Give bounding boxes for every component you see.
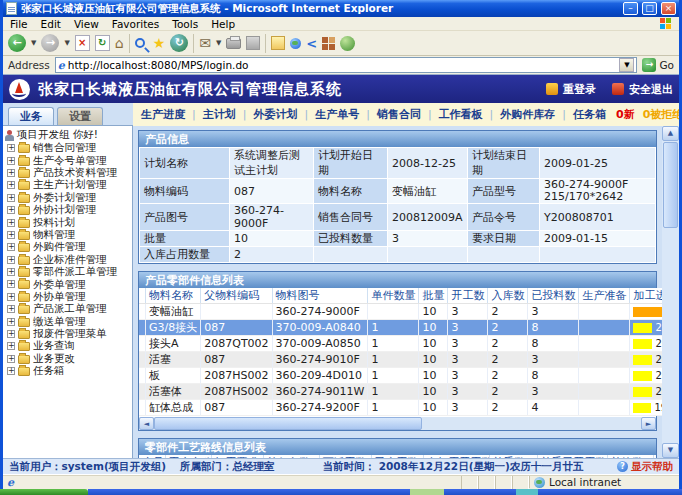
sidebar-item-purchased-mgmt[interactable]: +外购件管理 <box>5 241 132 253</box>
mail-dropdown-icon[interactable]: ▼ <box>216 39 221 47</box>
tab-settings[interactable]: 设置 <box>57 107 103 125</box>
menu-item-edit[interactable]: Edit <box>41 18 61 30</box>
column-header[interactable]: 物料图号 <box>272 288 368 304</box>
expand-icon[interactable]: + <box>7 293 15 301</box>
nav-link-production-order[interactable]: 生产单号 <box>315 107 359 122</box>
go-button[interactable]: → Go <box>642 58 674 72</box>
title-bar[interactable]: 张家口长城液压油缸有限公司管理信息系统 - Microsoft Internet… <box>3 0 679 17</box>
scroll-down-button[interactable]: ▼ <box>662 443 679 458</box>
expand-icon[interactable]: + <box>7 231 15 239</box>
expand-icon[interactable]: + <box>7 206 15 214</box>
table-row[interactable]: 板2087HS002360-209-4D010110328 20 % <box>139 368 662 384</box>
messenger-button[interactable] <box>340 36 355 51</box>
sidebar-item-part-dispatch[interactable]: +零部件派工单管理 <box>5 266 132 278</box>
page-vertical-scrollbar[interactable]: ▲ ▼ <box>662 126 679 458</box>
table-row[interactable]: 接头A2087QT002370-009-A0850110328 20 % <box>139 336 662 352</box>
sidebar-item-material-mgmt[interactable]: +物料管理 <box>5 229 132 241</box>
sidebar-item-outsource-plan[interactable]: +外委计划管理 <box>5 192 132 204</box>
help-link[interactable]: ? 显示帮助 <box>617 460 673 474</box>
expand-icon[interactable]: + <box>7 367 15 375</box>
home-button[interactable]: ⌂ <box>115 34 124 52</box>
sidebar-item-feeding-plan[interactable]: +投料计划 <box>5 216 132 228</box>
column-header[interactable]: 父物料编码 <box>201 288 272 304</box>
logout-button[interactable]: 安全退出 <box>612 82 673 97</box>
nav-link-outsource-plan[interactable]: 外委计划 <box>253 107 297 122</box>
column-header[interactable]: 开工数 <box>448 288 488 304</box>
badge-rejected[interactable]: 0被拒绝 <box>643 107 679 122</box>
sidebar-item-business-change[interactable]: +业务更改 <box>5 353 132 365</box>
expand-icon[interactable]: + <box>7 169 15 177</box>
expand-icon[interactable]: + <box>7 256 15 264</box>
table-row[interactable]: 活塞087360-274-9010F110323 20 % <box>139 352 662 368</box>
relogin-button[interactable]: 重登录 <box>546 82 596 97</box>
scroll-thumb[interactable] <box>663 142 678 228</box>
expand-icon[interactable]: + <box>7 305 15 313</box>
expand-icon[interactable]: + <box>7 243 15 251</box>
taskbar-tasks[interactable] <box>88 489 682 495</box>
sidebar-item-order-no[interactable]: +生产令号单管理 <box>5 154 132 166</box>
menu-item-help[interactable]: Help <box>211 18 235 30</box>
sidebar-item-business-query[interactable]: +业务查询 <box>5 340 132 352</box>
print-button[interactable] <box>226 38 241 49</box>
stop-button[interactable]: × <box>75 35 90 51</box>
note-button[interactable] <box>271 36 285 50</box>
table-row[interactable]: 变幅油缸360-274-9000F10323 29 % <box>139 304 662 320</box>
scroll-left-button[interactable]: ◄ <box>139 417 154 430</box>
history-button[interactable]: ↻ <box>170 34 188 52</box>
search-button[interactable] <box>135 38 145 48</box>
address-input[interactable]: http://localhost:8080/MPS/login.do <box>68 59 617 71</box>
expand-icon[interactable]: + <box>7 144 15 152</box>
sidebar-item-tech-data[interactable]: +产品技术资料管理 <box>5 167 132 179</box>
address-field[interactable]: e http://localhost:8080/MPS/login.do ▼ <box>55 57 638 73</box>
sidebar-item-outsource-order[interactable]: +外委单管理 <box>5 278 132 290</box>
column-header[interactable]: 物料名称 <box>146 288 201 304</box>
badge-new[interactable]: 0新 <box>616 107 635 122</box>
horizontal-scrollbar[interactable]: ◄ ► <box>139 416 656 430</box>
nav-link-task-box[interactable]: 任务箱 <box>573 107 606 122</box>
expand-icon[interactable]: + <box>7 157 15 165</box>
table-row-selected[interactable]: G3/8接头087370-009-A0840110328 20 % <box>139 320 662 336</box>
menu-item-favorites[interactable]: Favorites <box>112 18 159 30</box>
minimize-button[interactable]: – <box>623 2 638 15</box>
expand-icon[interactable]: + <box>7 355 15 363</box>
tab-business[interactable]: 业务 <box>8 107 54 125</box>
discuss-button[interactable]: < <box>306 36 317 51</box>
sidebar-item-standard-parts[interactable]: +企业标准件管理 <box>5 254 132 266</box>
taskbar-item[interactable] <box>410 489 444 495</box>
sidebar-item-product-dispatch[interactable]: +产品派工单管理 <box>5 303 132 315</box>
expand-icon[interactable]: + <box>7 342 15 350</box>
expand-icon[interactable]: + <box>7 330 15 338</box>
nav-link-purchased-stock[interactable]: 外购件库存 <box>500 107 555 122</box>
menu-item-view[interactable]: View <box>74 18 99 30</box>
sidebar-item-sales-contract[interactable]: +销售合同管理 <box>5 142 132 154</box>
refresh-button[interactable]: ↻ <box>95 35 110 51</box>
expand-icon[interactable]: + <box>7 318 15 326</box>
forward-button[interactable]: → <box>41 34 59 52</box>
sidebar-item-coop-plan[interactable]: +外协计划管理 <box>5 204 132 216</box>
nav-link-sales-contract[interactable]: 销售合同 <box>377 107 421 122</box>
mail-button[interactable]: ✉ <box>199 34 211 52</box>
sidebar-item-master-plan[interactable]: +主生产计划管理 <box>5 179 132 191</box>
sidebar-item-task-box[interactable]: +任务箱 <box>5 365 132 377</box>
sidebar-item-scrap-menu[interactable]: +报废件管理菜单 <box>5 328 132 340</box>
address-dropdown[interactable]: ▼ <box>619 58 634 72</box>
scroll-up-button[interactable]: ▲ <box>662 126 679 141</box>
column-header[interactable]: 批量 <box>419 288 448 304</box>
sidebar-item-delivery-order[interactable]: +缴送单管理 <box>5 315 132 327</box>
menu-item-file[interactable]: File <box>10 18 28 30</box>
maximize-button[interactable]: □ <box>642 2 657 15</box>
column-header[interactable]: 入库数 <box>488 288 528 304</box>
sidebar-item-coop-order[interactable]: +外协单管理 <box>5 291 132 303</box>
close-button[interactable]: × <box>661 2 676 15</box>
taskbar-item[interactable] <box>516 489 538 495</box>
table-row[interactable]: 活塞体2087HS002360-274-9011W110323 20 % <box>139 384 662 400</box>
nav-link-work-board[interactable]: 工作看板 <box>439 107 483 122</box>
nav-link-master-plan[interactable]: 主计划 <box>203 107 236 122</box>
folders-button[interactable] <box>322 37 335 50</box>
back-dropdown-icon[interactable]: ▼ <box>31 39 36 47</box>
column-header[interactable]: 加工进度 <box>630 288 662 304</box>
expand-icon[interactable]: + <box>7 280 15 288</box>
menu-item-tools[interactable]: Tools <box>172 18 198 30</box>
scroll-thumb[interactable] <box>154 417 422 430</box>
forward-dropdown-icon[interactable]: ▼ <box>64 39 69 47</box>
